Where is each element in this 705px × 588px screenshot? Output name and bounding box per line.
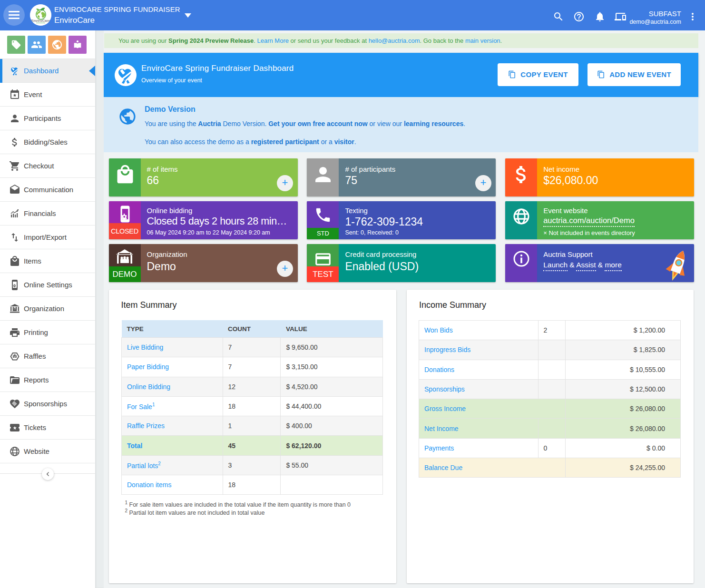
svg-text:EnviroCare: EnviroCare xyxy=(31,19,50,23)
